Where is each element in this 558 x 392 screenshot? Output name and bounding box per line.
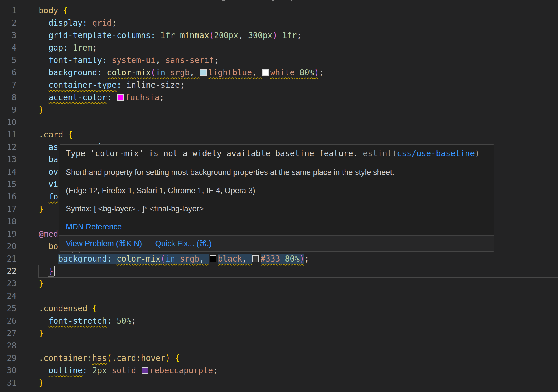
code-line[interactable]: .card { (0, 128, 558, 141)
indent-guide (39, 66, 39, 79)
token: font-family: (49, 55, 107, 65)
code-line[interactable] (0, 339, 558, 352)
token: font-stretch (49, 316, 107, 326)
code-line[interactable]: } (0, 277, 558, 290)
color-swatch[interactable] (262, 69, 269, 76)
token: ; (304, 254, 309, 264)
code-line[interactable]: font-family: system-ui, sans-serif; (0, 54, 558, 66)
token: ov (49, 167, 58, 177)
token: background: (58, 254, 111, 264)
token (88, 366, 92, 375)
code-line[interactable]: body { (0, 4, 558, 17)
code-line[interactable]: background: color-mix(in srgb, black, #3… (0, 253, 558, 265)
code-line[interactable]: container-type: inline-size; (0, 79, 558, 91)
code-line[interactable]: } (0, 265, 558, 277)
token: { (68, 130, 73, 139)
indent-guide (39, 42, 39, 54)
line-content: font-stretch: 50%; (39, 315, 136, 327)
token: white (270, 68, 295, 77)
token: } (39, 204, 44, 214)
text-cursor (54, 266, 55, 276)
token: { (175, 353, 180, 363)
token (39, 155, 49, 164)
token: rebeccapurple (150, 366, 213, 375)
token: } (39, 105, 44, 115)
indent-guide (39, 253, 39, 265)
token: outline (49, 366, 83, 375)
color-swatch[interactable] (200, 69, 207, 76)
docs-description: Shorthand property for setting most back… (66, 168, 488, 177)
code-line[interactable]: } (0, 327, 558, 339)
mdn-reference-link[interactable]: MDN Reference (66, 223, 122, 231)
line-content: } (39, 265, 55, 277)
token (39, 167, 49, 177)
token: , (238, 31, 248, 40)
token: ; (92, 43, 97, 53)
token (39, 192, 49, 201)
token (170, 353, 175, 363)
token (295, 68, 300, 77)
token: solid (112, 366, 136, 375)
token: ) (314, 68, 319, 77)
line-content: } (39, 104, 44, 116)
token: in (156, 68, 165, 77)
token: , (156, 55, 165, 65)
eslint-rule-link[interactable]: css/use-baseline (397, 149, 475, 158)
token (39, 68, 49, 77)
indent-guide (39, 91, 39, 104)
token (39, 316, 49, 326)
quick-fix-action[interactable]: Quick Fix... (⌘.) (155, 239, 212, 248)
code-line[interactable]: outline: 2px solid rebeccapurple; (0, 364, 558, 377)
token (175, 31, 180, 40)
code-line[interactable]: gap: 1rem; (0, 42, 558, 54)
line-content: body { (39, 4, 68, 17)
line-content: } (39, 277, 44, 290)
token: #333 (261, 254, 280, 264)
token: .condensed (39, 304, 88, 313)
color-swatch[interactable] (142, 367, 148, 374)
code-line[interactable]: font-stretch: 50%; (0, 315, 558, 327)
indent-guide (39, 79, 39, 91)
view-problem-action[interactable]: View Problem (⌘K N) (66, 239, 142, 248)
token: .card:hover (112, 353, 165, 363)
token: accent-color (49, 93, 107, 102)
code-line[interactable]: grid-template-columns: 1fr minmax(200px,… (0, 29, 558, 42)
code-line[interactable]: accent-color: fuchsia; (0, 91, 558, 104)
token (277, 31, 282, 40)
token (136, 366, 141, 375)
diagnostic-source-open: eslint( (363, 149, 397, 158)
token: 80% (300, 68, 314, 77)
line-content: fo (39, 191, 58, 203)
token: ( (107, 353, 112, 363)
token: srgb (180, 254, 199, 264)
code-line[interactable]: } (0, 377, 558, 389)
code-line[interactable]: } (0, 104, 558, 116)
vscode-editor-screenshot: { "palette": { "editor-bg": "#232324", "… (0, 0, 558, 392)
token: vi (49, 180, 58, 189)
token: color-mix (117, 254, 161, 264)
color-swatch[interactable] (210, 255, 216, 262)
color-swatch[interactable] (117, 94, 124, 101)
token (88, 304, 92, 313)
token (39, 366, 49, 375)
hover-tooltip: Type 'color-mix' is not a widely availab… (59, 144, 494, 252)
token: 1fr (160, 31, 175, 40)
token: 2px (92, 366, 107, 375)
token: 50% (117, 316, 131, 326)
code-line[interactable]: .condensed { (0, 302, 558, 315)
code-line[interactable]: background: color-mix(in srgb, lightblue… (0, 66, 558, 79)
token (122, 80, 127, 90)
token: color-mix (107, 68, 151, 77)
token: } (39, 378, 44, 388)
code-line[interactable]: display: grid; (0, 17, 558, 29)
line-content: background: color-mix(in srgb, lightblue… (39, 66, 324, 79)
token (107, 366, 112, 375)
code-line[interactable] (0, 116, 558, 128)
code-line[interactable] (0, 290, 558, 302)
token (156, 31, 161, 40)
code-line[interactable]: .container:has(.card:hover) { (0, 352, 558, 364)
line-content: @med (39, 228, 58, 240)
token: , (242, 254, 252, 264)
token: 1fr (282, 31, 297, 40)
color-swatch[interactable] (252, 255, 259, 262)
